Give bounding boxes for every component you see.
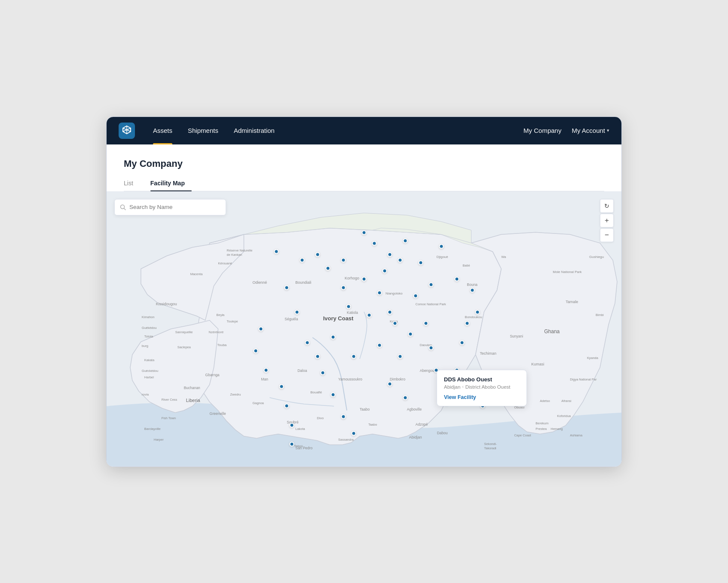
map-dot[interactable] (341, 285, 346, 290)
svg-text:burg: burg (142, 344, 148, 347)
map-dot[interactable] (475, 310, 480, 315)
map-dot[interactable] (331, 334, 336, 339)
map-dot[interactable] (387, 252, 392, 257)
map-dot[interactable] (387, 381, 392, 386)
map-dot[interactable] (418, 260, 423, 265)
svg-text:Dimbokro: Dimbokro (390, 377, 406, 381)
app-container: Assets Shipments Administration My Compa… (106, 117, 622, 467)
tab-list[interactable]: List (124, 176, 140, 191)
map-dot[interactable] (352, 431, 356, 436)
map-dot[interactable] (352, 354, 356, 359)
svg-text:Bouna: Bouna (467, 282, 478, 287)
nav-link-assets[interactable]: Assets (145, 117, 180, 144)
map-dot[interactable] (465, 321, 469, 325)
popup-arrow-icon: ‹ (462, 384, 463, 389)
map-dot[interactable] (279, 384, 284, 389)
map-dot[interactable] (382, 269, 387, 273)
nav-link-shipments[interactable]: Shipments (180, 117, 226, 144)
map-dot[interactable] (315, 354, 320, 359)
popup-view-facility-link[interactable]: View Facility (444, 394, 476, 400)
map-dot[interactable] (398, 258, 402, 262)
svg-text:Batié: Batié (463, 264, 470, 267)
svg-text:Cape Coast: Cape Coast (514, 433, 531, 437)
map-dot[interactable] (295, 310, 300, 315)
map-dot[interactable] (428, 282, 433, 287)
map-dot[interactable] (259, 326, 263, 331)
map-dot[interactable] (408, 332, 413, 337)
map-zoom-in-button[interactable]: + (600, 214, 614, 227)
map-dot[interactable] (454, 277, 459, 282)
map-dot[interactable] (305, 340, 310, 345)
svg-text:Adetso: Adetso (540, 399, 550, 402)
map-dot[interactable] (377, 291, 382, 295)
map-dot[interactable] (326, 266, 330, 270)
svg-text:Berekum: Berekum (535, 421, 548, 425)
map-dot[interactable] (470, 288, 474, 292)
map-dot[interactable] (439, 244, 444, 249)
map-dot[interactable] (331, 393, 336, 397)
map-dot[interactable] (398, 354, 402, 359)
map-dot[interactable] (264, 368, 269, 372)
search-input[interactable] (129, 204, 220, 210)
svg-text:Nzérékoré: Nzérékoré (209, 330, 223, 334)
map-dot[interactable] (254, 348, 258, 353)
tab-facility-map[interactable]: Facility Map (150, 176, 192, 191)
svg-text:Buchanan: Buchanan (184, 385, 200, 390)
map-dot[interactable] (413, 293, 418, 298)
svg-text:Sassandra: Sassandra (338, 437, 354, 441)
svg-text:rovia: rovia (142, 392, 149, 396)
map-dot[interactable] (284, 403, 289, 408)
map-dot[interactable] (274, 249, 279, 254)
svg-text:Afransi: Afransi (561, 399, 572, 402)
nav-right: My Company My Account ▾ (523, 127, 609, 134)
map-dot[interactable] (341, 414, 346, 419)
map-dot[interactable] (290, 423, 294, 427)
map-dot[interactable] (428, 346, 433, 350)
map-dot[interactable] (300, 258, 305, 262)
map-dot[interactable] (387, 310, 392, 315)
svg-text:Kakata: Kakata (144, 358, 155, 362)
nav-link-administration[interactable]: Administration (226, 117, 282, 144)
svg-text:Mole National Park: Mole National Park (553, 270, 581, 274)
svg-text:Lakota: Lakota (295, 427, 305, 430)
map-dot[interactable] (403, 395, 407, 400)
svg-text:Sunyani: Sunyani (510, 334, 523, 338)
map-dot[interactable] (341, 258, 346, 262)
map-zoom-out-button[interactable]: − (600, 228, 614, 242)
map-dot[interactable] (367, 313, 371, 317)
svg-text:Comoe National Park: Comoe National Park (416, 302, 446, 306)
svg-text:Sekondi-: Sekondi- (484, 442, 497, 445)
my-company-nav[interactable]: My Company (523, 127, 561, 134)
svg-text:Prestea: Prestea (535, 427, 547, 430)
map-dot[interactable] (392, 321, 397, 325)
map-dot[interactable] (346, 304, 351, 309)
svg-text:Tamale: Tamale (566, 300, 578, 304)
svg-text:Sanniquellie: Sanniquellie (175, 330, 193, 334)
map-dot[interactable] (377, 343, 382, 347)
svg-text:Adzopé: Adzopé (416, 422, 428, 426)
my-account-nav[interactable]: My Account ▾ (572, 127, 609, 134)
svg-text:Abidjan: Abidjan (409, 435, 422, 439)
map-dot[interactable] (403, 238, 407, 243)
svg-text:Séguéla: Séguéla (284, 317, 298, 321)
map-dot[interactable] (362, 277, 367, 282)
svg-text:Daloa: Daloa (297, 368, 307, 372)
map-wrapper: Ivory Coast Ghana Liberia Kissidougou Od… (107, 191, 621, 466)
map-refresh-button[interactable]: ↻ (600, 199, 614, 213)
map-popup: DDS Abobo Ouest Abidjan ‹ District Abobo… (437, 370, 527, 406)
svg-text:Yamoussoukro: Yamoussoukro (338, 377, 362, 381)
map-dot[interactable] (362, 230, 367, 235)
map-dot[interactable] (290, 442, 294, 447)
svg-text:Barclayville: Barclayville (144, 427, 161, 430)
map-dot[interactable] (284, 285, 289, 290)
map-search-bar (114, 199, 226, 215)
map-dot[interactable] (423, 321, 428, 325)
svg-text:Niangoloko: Niangoloko (385, 292, 403, 295)
map-dot[interactable] (459, 340, 464, 345)
map-dot[interactable] (372, 241, 376, 246)
tabs: List Facility Map (124, 176, 604, 191)
map-dot[interactable] (315, 252, 320, 257)
map-dot[interactable] (321, 370, 325, 375)
svg-text:Koforidua: Koforidua (557, 414, 571, 417)
svg-text:Bouaflé: Bouaflé (310, 390, 322, 394)
